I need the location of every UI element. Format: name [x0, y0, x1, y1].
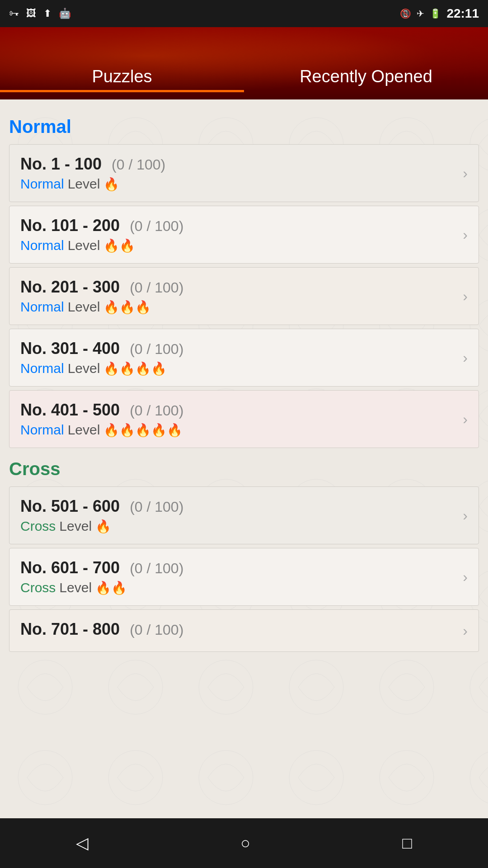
puzzle-type-no1-100: Normal — [20, 176, 64, 192]
recent-apps-button[interactable]: □ — [395, 826, 419, 860]
level-text-no501-600: Level — [59, 519, 92, 534]
tab-puzzles[interactable]: Puzzles — [0, 67, 244, 99]
level-text-no1-100: Level — [68, 176, 100, 192]
puzzle-row-no1-100-content: No. 1 - 100 (0 / 100) Normal Level 🔥 — [20, 155, 455, 192]
puzzle-count-no301-400: (0 / 100) — [130, 341, 183, 357]
back-button[interactable]: ◁ — [69, 826, 96, 860]
puzzle-row-no301-400[interactable]: No. 301 - 400 (0 / 100) Normal Level 🔥🔥🔥… — [9, 329, 479, 387]
main-content: Normal No. 1 - 100 (0 / 100) Normal Leve… — [0, 99, 488, 818]
puzzle-count-no401-500: (0 / 100) — [130, 402, 183, 419]
flame-no601-700: 🔥🔥 — [95, 580, 127, 595]
nosim-icon: 📵 — [400, 8, 411, 19]
status-bar-left-icons: 🗝 🖼 ⬆ 🤖 — [9, 8, 71, 19]
flame-no101-200: 🔥🔥 — [103, 238, 135, 253]
puzzle-type-no501-600: Cross — [20, 519, 56, 534]
puzzle-row-no301-400-title: No. 301 - 400 (0 / 100) — [20, 339, 455, 358]
status-time: 22:11 — [446, 6, 479, 21]
puzzle-type-no201-300: Normal — [20, 299, 64, 315]
section-header-normal: Normal — [9, 117, 479, 137]
puzzle-row-no101-200-subtitle: Normal Level 🔥🔥 — [20, 238, 455, 253]
puzzle-row-no401-500-content: No. 401 - 500 (0 / 100) Normal Level 🔥🔥🔥… — [20, 401, 455, 438]
flame-no301-400: 🔥🔥🔥🔥 — [103, 361, 167, 376]
puzzle-row-no401-500-subtitle: Normal Level 🔥🔥🔥🔥🔥 — [20, 422, 455, 438]
puzzle-row-no701-800-content: No. 701 - 800 (0 / 100) — [20, 620, 455, 642]
header: Puzzles Recently Opened — [0, 27, 488, 99]
puzzle-count-no201-300: (0 / 100) — [130, 279, 183, 296]
puzzle-row-no201-300-title: No. 201 - 300 (0 / 100) — [20, 278, 455, 297]
section-header-cross: Cross — [9, 459, 479, 479]
level-text-no401-500: Level — [68, 422, 100, 438]
puzzle-row-no601-700-title: No. 601 - 700 (0 / 100) — [20, 558, 455, 577]
puzzle-row-no1-100-title: No. 1 - 100 (0 / 100) — [20, 155, 455, 174]
chevron-icon-no501-600: › — [463, 507, 468, 524]
level-text-no301-400: Level — [68, 361, 100, 376]
level-text-no101-200: Level — [68, 238, 100, 253]
flame-no1-100: 🔥 — [103, 177, 119, 192]
flame-no501-600: 🔥 — [95, 519, 111, 534]
puzzle-row-no101-200[interactable]: No. 101 - 200 (0 / 100) Normal Level 🔥🔥 … — [9, 206, 479, 264]
battery-icon: 🔋 — [430, 8, 441, 19]
puzzle-row-no501-600-title: No. 501 - 600 (0 / 100) — [20, 497, 455, 516]
upload-icon: ⬆ — [43, 8, 52, 19]
tab-puzzles-label: Puzzles — [92, 67, 152, 86]
puzzle-type-no401-500: Normal — [20, 422, 64, 438]
tab-recently-opened[interactable]: Recently Opened — [244, 67, 488, 99]
chevron-icon-no201-300: › — [463, 288, 468, 305]
puzzle-type-no601-700: Cross — [20, 580, 56, 595]
flame-no401-500: 🔥🔥🔥🔥🔥 — [103, 423, 183, 438]
puzzle-count-no601-700: (0 / 100) — [130, 560, 183, 576]
puzzle-row-no701-800[interactable]: No. 701 - 800 (0 / 100) › — [9, 609, 479, 652]
chevron-icon-no601-700: › — [463, 569, 468, 585]
chevron-icon-no1-100: › — [463, 165, 468, 182]
puzzle-count-no101-200: (0 / 100) — [130, 218, 183, 234]
puzzle-row-no501-600[interactable]: No. 501 - 600 (0 / 100) Cross Level 🔥 › — [9, 486, 479, 544]
image-icon: 🖼 — [26, 8, 36, 19]
puzzle-row-no201-300[interactable]: No. 201 - 300 (0 / 100) Normal Level 🔥🔥🔥… — [9, 267, 479, 325]
bottom-navigation: ◁ ○ □ — [0, 818, 488, 868]
section-normal: Normal No. 1 - 100 (0 / 100) Normal Leve… — [9, 117, 479, 448]
chevron-icon-no701-800: › — [463, 623, 468, 639]
puzzle-row-no1-100-subtitle: Normal Level 🔥 — [20, 176, 455, 192]
puzzle-row-no1-100[interactable]: No. 1 - 100 (0 / 100) Normal Level 🔥 › — [9, 144, 479, 202]
home-button[interactable]: ○ — [233, 826, 258, 860]
header-tabs: Puzzles Recently Opened — [0, 67, 488, 99]
chevron-icon-no301-400: › — [463, 349, 468, 366]
puzzle-row-no201-300-content: No. 201 - 300 (0 / 100) Normal Level 🔥🔥🔥 — [20, 278, 455, 315]
section-cross: Cross No. 501 - 600 (0 / 100) Cross Leve… — [9, 459, 479, 652]
puzzle-row-no601-700[interactable]: No. 601 - 700 (0 / 100) Cross Level 🔥🔥 › — [9, 548, 479, 606]
puzzle-row-no201-300-subtitle: Normal Level 🔥🔥🔥 — [20, 299, 455, 315]
airplane-icon: ✈ — [417, 8, 424, 19]
puzzle-row-no401-500[interactable]: No. 401 - 500 (0 / 100) Normal Level 🔥🔥🔥… — [9, 390, 479, 448]
puzzle-row-no501-600-content: No. 501 - 600 (0 / 100) Cross Level 🔥 — [20, 497, 455, 534]
puzzle-row-no601-700-content: No. 601 - 700 (0 / 100) Cross Level 🔥🔥 — [20, 558, 455, 595]
android-icon: 🤖 — [59, 8, 71, 19]
status-bar: 🗝 🖼 ⬆ 🤖 📵 ✈ 🔋 22:11 — [0, 0, 488, 27]
puzzle-row-no301-400-subtitle: Normal Level 🔥🔥🔥🔥 — [20, 361, 455, 376]
level-text-no201-300: Level — [68, 299, 100, 315]
puzzle-count-no701-800: (0 / 100) — [130, 622, 183, 638]
chevron-icon-no101-200: › — [463, 226, 468, 243]
puzzle-count-no501-600: (0 / 100) — [130, 499, 183, 515]
puzzle-row-no101-200-content: No. 101 - 200 (0 / 100) Normal Level 🔥🔥 — [20, 216, 455, 253]
keyhole-icon: 🗝 — [9, 8, 19, 19]
tab-recently-opened-label: Recently Opened — [300, 67, 432, 86]
puzzle-count-no1-100: (0 / 100) — [112, 156, 165, 173]
puzzle-row-no101-200-title: No. 101 - 200 (0 / 100) — [20, 216, 455, 235]
chevron-icon-no401-500: › — [463, 411, 468, 428]
puzzle-row-no501-600-subtitle: Cross Level 🔥 — [20, 519, 455, 534]
puzzle-type-no301-400: Normal — [20, 361, 64, 376]
puzzle-type-no101-200: Normal — [20, 238, 64, 253]
puzzle-row-no301-400-content: No. 301 - 400 (0 / 100) Normal Level 🔥🔥🔥… — [20, 339, 455, 376]
level-text-no601-700: Level — [59, 580, 92, 595]
puzzle-row-no401-500-title: No. 401 - 500 (0 / 100) — [20, 401, 455, 420]
flame-no201-300: 🔥🔥🔥 — [103, 300, 151, 315]
puzzle-row-no701-800-title: No. 701 - 800 (0 / 100) — [20, 620, 455, 639]
status-bar-right-icons: 📵 ✈ 🔋 22:11 — [400, 6, 479, 21]
puzzle-row-no601-700-subtitle: Cross Level 🔥🔥 — [20, 580, 455, 595]
